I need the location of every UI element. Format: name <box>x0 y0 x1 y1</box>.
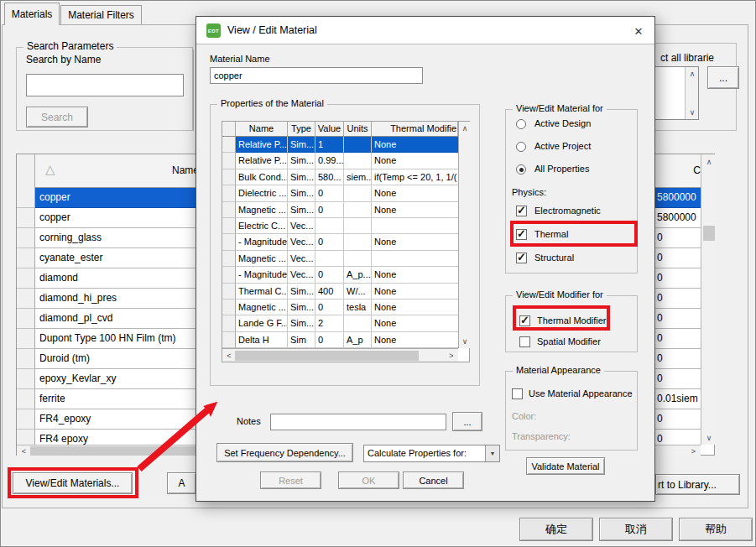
row-selector[interactable] <box>17 268 35 289</box>
notes-browse-button[interactable]: ... <box>452 412 482 431</box>
structural-checkbox[interactable] <box>516 253 527 263</box>
add-material-button-partial[interactable]: A <box>167 472 196 494</box>
row-selector[interactable] <box>17 248 35 268</box>
export-to-library-button-partial[interactable]: rt to Library... <box>655 474 740 495</box>
property-row[interactable]: Bulk Cond...Sim...580...siem...if(Temp <… <box>222 169 458 185</box>
property-row[interactable]: Magnetic ...Sim...0teslaNone <box>222 300 458 315</box>
set-frequency-dependency-button[interactable]: Set Frequency Dependency... <box>216 443 353 462</box>
row-selector[interactable] <box>222 218 236 234</box>
row-selector[interactable] <box>222 234 236 250</box>
row-selector[interactable] <box>17 208 35 228</box>
thermal-modifier-checkbox[interactable] <box>519 315 530 326</box>
property-value-header[interactable]: Value <box>315 122 344 137</box>
row-selector[interactable] <box>222 251 236 267</box>
property-modifier-cell: None <box>372 137 458 153</box>
row-selector[interactable] <box>222 169 236 185</box>
scroll-left-icon[interactable]: < <box>18 445 29 456</box>
radio-active-project[interactable] <box>516 142 526 152</box>
chevron-down-icon[interactable]: ▼ <box>485 445 499 461</box>
property-row[interactable]: Relative P...Sim...1None <box>222 137 458 153</box>
scroll-up-icon[interactable]: ∧ <box>686 69 699 79</box>
property-name-header[interactable]: Name <box>236 122 288 137</box>
scroll-right-icon[interactable]: > <box>446 350 456 361</box>
properties-table-header[interactable]: Name Type Value Units Thermal Modifie <box>222 122 458 137</box>
row-selector[interactable] <box>17 349 35 369</box>
libraries-browse-button[interactable]: ... <box>707 66 739 89</box>
row-selector[interactable] <box>17 389 35 409</box>
property-row[interactable]: Thermal C...Sim...400W/...None <box>222 284 458 300</box>
search-button[interactable]: Search <box>26 107 88 128</box>
row-selector[interactable] <box>222 332 236 348</box>
property-name-cell: - Magnitude <box>236 267 288 283</box>
close-icon[interactable]: ✕ <box>628 23 649 39</box>
row-selector[interactable] <box>17 369 35 389</box>
row-selector[interactable] <box>222 153 236 169</box>
property-type-header[interactable]: Type <box>288 122 315 137</box>
libraries-scrollbar[interactable]: ∧ ∨ <box>685 67 698 119</box>
radio-all-properties[interactable] <box>516 164 526 175</box>
row-selector[interactable] <box>222 284 236 300</box>
view-edit-materials-button[interactable]: View/Edit Materials... <box>13 472 133 494</box>
row-selector[interactable] <box>222 315 236 331</box>
scroll-down-icon[interactable]: ∨ <box>686 107 699 117</box>
property-row[interactable]: Magnetic ...Sim...0None <box>222 202 458 218</box>
help-button-cn[interactable]: 帮助 <box>679 518 753 541</box>
property-row[interactable]: Electric C...Vec... <box>222 218 458 234</box>
row-selector[interactable] <box>222 137 236 153</box>
row-selector[interactable] <box>17 430 35 445</box>
scroll-right-icon[interactable]: > <box>688 445 699 456</box>
property-row[interactable]: Lande G F...Sim...2None <box>222 315 458 331</box>
tab-materials[interactable]: Materials <box>4 3 60 25</box>
row-selector[interactable] <box>17 188 35 208</box>
property-type-cell: Vec... <box>288 251 315 267</box>
vscroll-thumb[interactable] <box>703 226 715 241</box>
property-row[interactable]: - MagnitudeVec...0None <box>222 234 458 250</box>
scroll-down-icon[interactable]: ∨ <box>701 432 717 443</box>
radio-active-design[interactable] <box>516 119 526 129</box>
property-row[interactable]: Magnetic ...Vec... <box>222 251 458 267</box>
property-row[interactable]: Delta HSim0A_pNone <box>222 332 458 348</box>
row-selector[interactable] <box>17 228 35 248</box>
property-row[interactable]: Relative P...Sim...0.99...None <box>222 153 458 169</box>
row-selector[interactable] <box>17 409 35 430</box>
material-name-input[interactable] <box>210 67 423 84</box>
thermal-checkbox[interactable] <box>516 229 527 240</box>
row-selector[interactable] <box>222 267 236 283</box>
spatial-modifier-checkbox[interactable] <box>519 336 530 347</box>
calculate-properties-combo[interactable]: Calculate Properties for: ▼ <box>363 445 500 462</box>
reset-button[interactable]: Reset <box>260 471 321 489</box>
thermal-modifier-header[interactable]: Thermal Modifie <box>372 122 458 137</box>
view-edit-material-for-title: View/Edit Material for <box>513 103 607 113</box>
row-selector[interactable] <box>222 300 236 315</box>
row-selector[interactable] <box>17 329 35 349</box>
conductivity-column-header-partial[interactable]: C <box>667 164 701 176</box>
tab-material-filters[interactable]: Material Filters <box>60 5 142 24</box>
use-material-appearance-checkbox[interactable] <box>512 388 523 399</box>
cancel-button-cn[interactable]: 取消 <box>599 518 673 541</box>
scroll-up-icon[interactable]: ∧ <box>701 156 717 167</box>
electromagnetic-checkbox[interactable] <box>516 206 527 216</box>
row-selector[interactable] <box>222 202 236 218</box>
hscroll-thumb[interactable] <box>235 351 419 361</box>
row-selector[interactable] <box>222 185 236 201</box>
properties-vscrollbar[interactable]: ∧ ∨ <box>458 122 471 348</box>
search-input[interactable] <box>26 74 184 96</box>
row-selector[interactable] <box>17 309 35 329</box>
scroll-up-icon[interactable]: ∧ <box>459 123 471 133</box>
property-units-header[interactable]: Units <box>344 122 372 137</box>
cancel-button[interactable]: Cancel <box>403 471 464 489</box>
property-units-cell: A_p... <box>344 267 372 283</box>
scroll-down-icon[interactable]: ∨ <box>459 336 471 346</box>
property-row[interactable]: Dielectric ...Sim...0None <box>222 185 458 201</box>
properties-hscrollbar[interactable]: < > <box>222 348 458 362</box>
row-selector[interactable] <box>17 289 35 309</box>
property-row[interactable]: - MagnitudeVec...0A_p...None <box>222 267 458 283</box>
materials-vscrollbar[interactable]: ∧ ∨ <box>701 154 716 445</box>
notes-input[interactable] <box>270 414 446 430</box>
dialog-titlebar[interactable]: EDT View / Edit Material ✕ <box>196 17 654 44</box>
select-all-libraries-label-partial[interactable]: ct all librarie <box>660 52 714 64</box>
ok-button-cn[interactable]: 确定 <box>519 518 593 541</box>
scroll-left-icon[interactable]: < <box>224 350 234 361</box>
ok-button[interactable]: OK <box>338 471 399 489</box>
validate-material-button[interactable]: Validate Material <box>526 457 605 475</box>
